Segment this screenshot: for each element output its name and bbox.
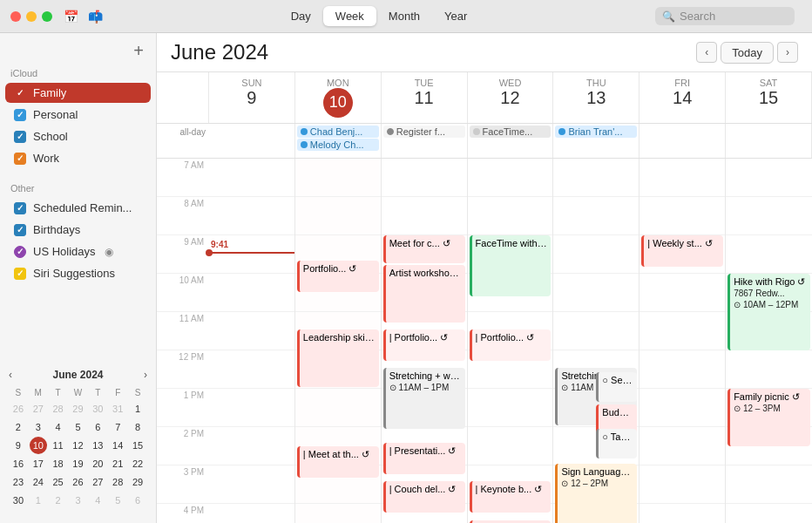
- school-checkbox[interactable]: [14, 131, 26, 143]
- work-checkbox[interactable]: [14, 153, 26, 165]
- mini-cal-prev[interactable]: ‹: [9, 369, 12, 381]
- fullscreen-button[interactable]: [42, 11, 52, 22]
- cal-prev-button[interactable]: ‹: [696, 42, 717, 63]
- mini-cal-day[interactable]: 25: [50, 473, 67, 491]
- family-checkbox[interactable]: [14, 87, 26, 99]
- tab-month[interactable]: Month: [376, 6, 432, 26]
- mini-cal-day[interactable]: 6: [89, 418, 106, 436]
- all-day-event-facetime[interactable]: FaceTime...: [470, 126, 551, 138]
- mini-cal-day[interactable]: 4: [50, 418, 67, 436]
- sidebar-item-holidays[interactable]: US Holidays ◉: [5, 241, 151, 262]
- mini-cal-day[interactable]: 27: [89, 473, 106, 491]
- mini-cal-day[interactable]: 5: [69, 418, 86, 436]
- mini-cal-day[interactable]: 26: [10, 400, 27, 418]
- mini-cal-day[interactable]: 21: [109, 455, 126, 472]
- mini-cal-day[interactable]: 31: [109, 400, 126, 418]
- sidebar-item-school[interactable]: School: [5, 126, 151, 146]
- event-portfolio-wed[interactable]: | Portfolio... ↺: [470, 329, 551, 361]
- siri-checkbox[interactable]: [14, 268, 26, 280]
- sidebar-item-family[interactable]: Family: [5, 83, 151, 103]
- mini-cal-day[interactable]: 29: [129, 473, 146, 491]
- mini-cal-day[interactable]: 8: [129, 418, 146, 436]
- event-portfolio-tue[interactable]: | Portfolio... ↺: [383, 329, 465, 361]
- event-take-luna[interactable]: ○ Take Luna...: [596, 429, 637, 458]
- holidays-checkbox[interactable]: [14, 246, 26, 258]
- sidebar-item-birthdays[interactable]: Birthdays: [5, 220, 151, 240]
- all-day-event-chad[interactable]: Chad Benj...: [297, 126, 379, 138]
- mini-cal-day[interactable]: 18: [50, 455, 67, 472]
- event-keynote-b[interactable]: | Keynote b... ↺: [470, 481, 551, 513]
- mini-cal-day[interactable]: 3: [30, 418, 47, 436]
- mini-cal-day[interactable]: 6: [129, 492, 146, 509]
- mini-cal-next[interactable]: ›: [144, 369, 147, 381]
- mini-cal-day[interactable]: 15: [129, 437, 146, 454]
- tab-day[interactable]: Day: [279, 6, 323, 26]
- event-hike-rigo[interactable]: Hike with Rigo ↺ 7867 Redw... ⊙ 10AM – 1…: [727, 274, 810, 350]
- mini-cal-day[interactable]: 7: [109, 418, 126, 436]
- sidebar-item-personal[interactable]: Personal: [5, 105, 151, 125]
- event-send-birth[interactable]: ○ Send birth...: [596, 372, 637, 402]
- mini-cal-day[interactable]: 1: [30, 492, 47, 509]
- mini-cal-day[interactable]: 4: [89, 492, 106, 509]
- cal-today-button[interactable]: Today: [721, 42, 774, 64]
- add-calendar-button[interactable]: +: [128, 40, 149, 61]
- mini-cal-day[interactable]: 30: [89, 400, 106, 418]
- event-facetime-gran[interactable]: FaceTime with Gran...: [470, 235, 551, 296]
- event-meet-for-c[interactable]: Meet for c... ↺: [383, 235, 465, 263]
- event-leadership[interactable]: Leadership skills work... ↺: [297, 329, 379, 387]
- mini-cal-day[interactable]: 23: [10, 473, 27, 491]
- mini-cal-day[interactable]: 28: [109, 473, 126, 491]
- event-portfolio-mon[interactable]: Portfolio... ↺: [297, 261, 379, 292]
- all-day-event-melody[interactable]: Melody Ch...: [297, 139, 379, 151]
- tab-week[interactable]: Week: [323, 6, 376, 26]
- time-slot-7am: 7 AM: [157, 159, 209, 197]
- mini-cal-day[interactable]: 22: [129, 455, 146, 472]
- mini-cal-day[interactable]: 14: [109, 437, 126, 454]
- mini-cal-day[interactable]: 29: [69, 400, 86, 418]
- mini-cal-day[interactable]: 28: [50, 400, 67, 418]
- search-box[interactable]: 🔍 Search: [655, 7, 795, 25]
- mini-cal-day-today[interactable]: 10: [30, 437, 47, 454]
- reminders-label: Scheduled Remin...: [33, 201, 132, 214]
- mini-cal-day[interactable]: 17: [30, 455, 47, 472]
- event-artist-workshop[interactable]: Artist workshop... ↺: [383, 265, 465, 323]
- reminders-checkbox[interactable]: [14, 202, 26, 214]
- mini-cal-day[interactable]: 30: [10, 492, 27, 509]
- mini-cal-day[interactable]: 2: [10, 418, 27, 436]
- event-stretching-tue[interactable]: Stretching + weights ⊙ 11AM – 1PM: [383, 368, 465, 429]
- mini-cal-day[interactable]: 20: [89, 455, 106, 472]
- mini-cal-day[interactable]: 2: [50, 492, 67, 509]
- mini-cal-day[interactable]: 27: [30, 400, 47, 418]
- minimize-button[interactable]: [26, 11, 37, 22]
- calendar-icon[interactable]: 📅: [63, 9, 78, 24]
- mini-cal-day[interactable]: 11: [50, 437, 67, 454]
- event-meet-at-th[interactable]: | Meet at th... ↺: [297, 446, 379, 478]
- all-day-event-register[interactable]: Register f...: [383, 126, 465, 138]
- mini-cal-day[interactable]: 13: [89, 437, 106, 454]
- mini-cal-day[interactable]: 24: [30, 473, 47, 491]
- mini-cal-day[interactable]: 3: [69, 492, 86, 509]
- sidebar-item-siri[interactable]: Siri Suggestions: [5, 263, 151, 283]
- mini-cal-day[interactable]: 12: [69, 437, 86, 454]
- cal-next-button[interactable]: ›: [777, 42, 798, 63]
- event-family-picnic[interactable]: Family picnic ↺ ⊙ 12 – 3PM: [727, 389, 810, 446]
- event-weekly-st[interactable]: | Weekly st... ↺: [641, 235, 723, 267]
- sidebar-item-reminders[interactable]: Scheduled Remin...: [5, 198, 151, 218]
- event-sign-lang[interactable]: Sign Language Club ⊙ 12 – 2PM: [555, 464, 637, 523]
- mini-cal-day[interactable]: 16: [10, 455, 27, 472]
- birthdays-checkbox[interactable]: [14, 224, 26, 236]
- close-button[interactable]: [10, 11, 21, 22]
- mini-cal-day[interactable]: 1: [129, 400, 146, 418]
- mini-cal-day[interactable]: 26: [69, 473, 86, 491]
- all-day-event-brian[interactable]: Brian Tran'...: [555, 126, 637, 138]
- tab-year[interactable]: Year: [432, 6, 479, 26]
- inbox-icon[interactable]: 📫: [87, 9, 103, 24]
- personal-checkbox[interactable]: [14, 109, 26, 121]
- sidebar-item-work[interactable]: Work: [5, 148, 151, 168]
- mini-cal-day[interactable]: 19: [69, 455, 86, 472]
- event-couch-del[interactable]: | Couch del... ↺: [383, 481, 465, 513]
- event-presentati-tue[interactable]: | Presentati... ↺: [383, 443, 465, 474]
- mini-cal-day-header-m: M: [29, 386, 48, 399]
- mini-cal-day[interactable]: 9: [10, 437, 27, 454]
- mini-cal-day[interactable]: 5: [109, 492, 126, 509]
